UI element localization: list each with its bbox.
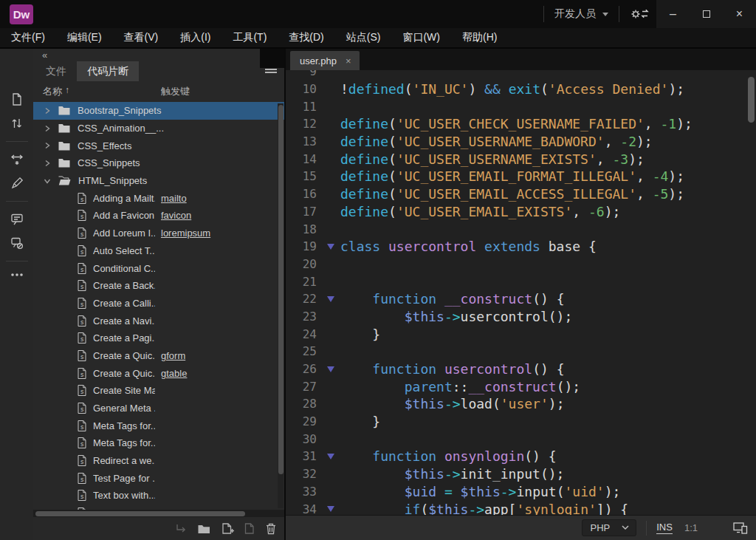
fold-marker-icon[interactable] [320, 506, 340, 512]
chevron-down-icon[interactable] [44, 177, 52, 185]
tree-snippet[interactable]: sText box with... [33, 487, 284, 505]
code-line: 22 function __construct() { [286, 290, 756, 308]
editor-vertical-scrollbar[interactable] [748, 73, 755, 509]
code-text: $uid = $this->input('uid'); [340, 484, 620, 499]
tree-snippet[interactable]: sCreate a Navi... [33, 312, 284, 329]
close-button[interactable]: × [723, 0, 756, 28]
menu-查看v[interactable]: 查看(V) [124, 31, 159, 44]
chevron-right-icon[interactable] [44, 160, 52, 167]
code-line: 19class usercontrol extends base { [286, 238, 756, 256]
chevron-right-icon[interactable] [44, 125, 52, 132]
line-number: 33 [286, 485, 320, 499]
delete-icon[interactable] [265, 522, 277, 535]
tree-snippet[interactable]: sAdding a Mailt...mailto [33, 189, 284, 207]
menu-窗口w[interactable]: 窗口(W) [402, 31, 440, 44]
tab-close-icon[interactable]: × [346, 55, 351, 66]
sync-settings-icon[interactable] [630, 7, 649, 21]
menu-工具t[interactable]: 工具(T) [233, 31, 267, 44]
maximize-button[interactable] [690, 0, 723, 28]
column-header-name[interactable]: 名称 ↑ [43, 85, 69, 98]
minimize-button[interactable]: – [656, 0, 690, 28]
menu-帮助h[interactable]: 帮助(H) [462, 31, 497, 44]
menu-编辑e[interactable]: 编辑(E) [67, 31, 102, 44]
insert-snippet-icon[interactable] [174, 523, 188, 535]
edit-snippet-icon[interactable] [244, 522, 255, 535]
snippet-trigger[interactable]: favicon [161, 210, 191, 221]
new-snippet-icon[interactable] [221, 522, 234, 535]
tree-folder[interactable]: CSS_Snippets [33, 154, 284, 172]
workspace-switcher[interactable]: 开发人员 [554, 7, 608, 21]
scrollbar-thumb[interactable] [278, 105, 284, 474]
tree-snippet[interactable]: sMeta Tags for... [33, 434, 284, 452]
snippet-file-icon: s [78, 245, 86, 256]
tree-snippet[interactable]: sCreate a Quic...gtable [33, 364, 284, 382]
code-view[interactable]: 910!defined('IN_UC') && exit('Access Den… [286, 70, 756, 515]
snippet-file-icon: s [78, 193, 86, 204]
code-text: } [340, 414, 380, 429]
tree-snippet[interactable]: sRedirect a we... [33, 452, 284, 470]
column-header-trigger[interactable]: 触发键 [161, 85, 190, 98]
tree-folder[interactable]: CSS_Animation__... [33, 120, 284, 137]
apply-comment-icon[interactable] [10, 213, 24, 226]
file-management-icon[interactable] [10, 117, 24, 130]
tree-vertical-scrollbar[interactable] [278, 103, 284, 508]
tree-folder[interactable]: CSS_Effects [33, 137, 284, 154]
snippet-trigger[interactable]: gtable [161, 368, 187, 379]
fold-marker-icon[interactable] [320, 454, 340, 459]
collapse-panels-button[interactable]: « [42, 49, 46, 61]
menu-站点s[interactable]: 站点(S) [346, 31, 381, 44]
tree-snippet[interactable]: sCreate Site Map [33, 382, 284, 400]
chevron-right-icon[interactable] [44, 142, 52, 149]
tree-snippet[interactable]: sGeneral Meta ... [33, 400, 284, 417]
scrollbar-thumb[interactable] [748, 77, 755, 123]
document-tab[interactable]: user.php × [290, 51, 360, 70]
chevron-right-icon[interactable] [44, 107, 52, 115]
tree-snippet[interactable]: sCreate a Pagi... [33, 329, 284, 347]
snippet-label: Meta Tags for... [93, 420, 155, 431]
snippet-file-icon: s [78, 280, 86, 291]
tree-snippet[interactable]: sAdd Loreum I...loremipsum [33, 225, 284, 242]
menu-文件f[interactable]: 文件(F) [11, 31, 45, 44]
tree-snippet[interactable]: sTest Page for ... [33, 469, 284, 487]
code-text: } [340, 327, 380, 342]
tree-horizontal-scrollbar[interactable] [33, 510, 284, 517]
fold-marker-icon[interactable] [320, 244, 340, 250]
new-file-icon[interactable] [10, 92, 24, 106]
tree-snippet[interactable]: sWord Count b... [33, 505, 284, 510]
tree-snippet[interactable]: sCreate a Back... [33, 277, 284, 295]
tree-folder[interactable]: HTML_Snippets [33, 172, 284, 190]
tree-snippet[interactable]: sAuto Select T... [33, 242, 284, 260]
panel-tab-files[interactable]: 文件 [35, 61, 77, 81]
snippet-label: Redirect a we... [93, 455, 155, 466]
snippet-trigger[interactable]: mailto [161, 193, 187, 204]
tree-snippet[interactable]: sCreate a Quic...gform [33, 347, 284, 365]
panel-tab-snippets[interactable]: 代码片断 [77, 61, 139, 81]
tree-snippet[interactable]: sMeta Tags for... [33, 417, 284, 434]
document-tab-title: user.php [300, 55, 337, 66]
svg-text:s: s [80, 283, 83, 290]
snippet-trigger[interactable]: gform [161, 350, 185, 361]
code-line: 18 [286, 220, 756, 238]
tree-snippet[interactable]: sConditional C... [33, 259, 284, 277]
soft-wrap-icon[interactable] [10, 153, 24, 166]
menu-查找d[interactable]: 查找(D) [289, 31, 323, 44]
new-folder-icon[interactable] [197, 523, 211, 535]
fold-marker-icon[interactable] [320, 296, 340, 302]
snippet-label: Meta Tags for... [93, 437, 155, 448]
insert-mode-indicator[interactable]: INS [656, 522, 673, 534]
tree-snippet[interactable]: sAdd a Faviconfavicon [33, 207, 284, 225]
code-text: if($this->app['synlogin']) { [340, 502, 628, 515]
line-number: 34 [286, 502, 320, 515]
tree-snippet[interactable]: sCreate a Calli... [33, 295, 284, 312]
tree-folder[interactable]: Bootstrap_Snippets [33, 102, 284, 120]
folder-open-icon [58, 176, 71, 185]
scrollbar-thumb[interactable] [35, 511, 245, 516]
more-options-icon[interactable] [10, 273, 24, 277]
format-source-icon[interactable] [10, 177, 24, 190]
device-preview-icon[interactable] [733, 522, 748, 534]
language-mode-select[interactable]: PHP [582, 519, 637, 536]
remove-comment-icon[interactable] [10, 236, 24, 250]
fold-marker-icon[interactable] [320, 366, 340, 372]
snippet-trigger[interactable]: loremipsum [161, 228, 210, 239]
menu-插入i[interactable]: 插入(I) [180, 31, 210, 44]
